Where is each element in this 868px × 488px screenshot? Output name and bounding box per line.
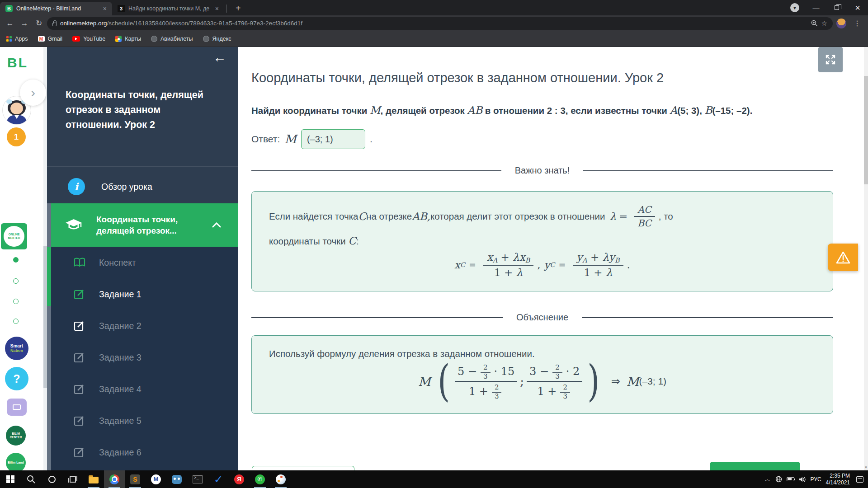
zoom-icon[interactable] bbox=[811, 20, 818, 27]
page-scrollbar-thumb[interactable] bbox=[864, 76, 868, 184]
taskbar-search[interactable] bbox=[21, 470, 42, 488]
progress-dot[interactable] bbox=[13, 319, 19, 324]
bilimland-logo[interactable]: BL bbox=[7, 55, 28, 70]
fullscreen-button[interactable] bbox=[818, 47, 843, 72]
bilim-land-logo[interactable]: Bilim Land bbox=[6, 453, 26, 473]
progress-dot[interactable] bbox=[13, 278, 19, 284]
restore-button[interactable] bbox=[826, 0, 847, 15]
terminal-button[interactable]: >_ bbox=[187, 470, 208, 488]
sublime-icon: S bbox=[130, 474, 140, 484]
tab-zadanie[interactable]: 3 Найди координаты точки М, де × bbox=[112, 2, 224, 15]
sidebar-item-overview[interactable]: i Обзор урока bbox=[47, 170, 238, 203]
sidebar-item-zadanie-4[interactable]: Задание 4 bbox=[51, 373, 238, 405]
warning-button[interactable] bbox=[828, 244, 858, 271]
yandex-button[interactable]: Я bbox=[229, 470, 250, 488]
browser-menu-icon[interactable]: ⋮ bbox=[850, 19, 864, 28]
bilim-center-logo[interactable]: BILIM CENTER bbox=[6, 426, 26, 446]
question-part: , делящей отрезок bbox=[381, 105, 467, 116]
tab2-close-icon[interactable]: × bbox=[214, 5, 220, 12]
sidebar-item-zadanie-6[interactable]: Задание 6 bbox=[51, 436, 238, 468]
battery-icon[interactable] bbox=[787, 477, 794, 481]
result-coords: (–3; 1) bbox=[639, 376, 666, 387]
bookmark-label: Apps bbox=[15, 36, 28, 42]
pencil-square-icon bbox=[74, 352, 85, 363]
answer-row: Ответ: M (–3; 1) . bbox=[251, 129, 868, 149]
apps-grid-icon bbox=[6, 36, 12, 42]
check-icon: ✓ bbox=[214, 473, 223, 486]
rail-expand-chevron-icon[interactable]: › bbox=[20, 80, 46, 106]
divider-line bbox=[582, 317, 833, 318]
volume-icon[interactable] bbox=[799, 476, 806, 483]
tray-chevron-icon[interactable]: ︿ bbox=[765, 475, 771, 483]
sidebar-item-zadanie-3[interactable]: Задание 3 bbox=[51, 342, 238, 373]
bookmark-apps[interactable]: Apps bbox=[6, 36, 28, 42]
forward-icon[interactable]: → bbox=[18, 17, 31, 30]
minimize-button[interactable]: — bbox=[806, 0, 826, 15]
task-view-button[interactable] bbox=[62, 470, 83, 488]
back-icon[interactable]: ← bbox=[4, 17, 16, 30]
chrome-button[interactable] bbox=[104, 470, 125, 488]
math-var-m: M bbox=[627, 375, 639, 389]
search-icon bbox=[27, 475, 36, 484]
url-text[interactable]: onlinemektep.org/schedule/1618358400/les… bbox=[60, 20, 807, 27]
url-bar[interactable]: onlinemektep.org/schedule/1618358400/les… bbox=[47, 17, 833, 30]
bookmark-yandex[interactable]: Яндекс bbox=[203, 36, 231, 42]
help-button[interactable]: ? bbox=[5, 367, 28, 390]
math-var-m: M bbox=[284, 132, 297, 146]
cards-app-icon[interactable] bbox=[7, 399, 27, 416]
bookmark-maps[interactable]: Карты bbox=[115, 36, 141, 42]
smart-nation-logo[interactable]: SmartNation bbox=[5, 337, 28, 360]
overview-label: Обзор урока bbox=[101, 182, 152, 192]
point-a-coords: (5; 3), bbox=[677, 105, 702, 116]
new-tab-button[interactable]: + bbox=[232, 3, 245, 14]
youtube-icon bbox=[72, 36, 80, 42]
start-button[interactable] bbox=[0, 470, 21, 488]
file-explorer-button[interactable] bbox=[83, 470, 104, 488]
action-center-icon[interactable] bbox=[856, 476, 863, 483]
comma: , bbox=[537, 259, 540, 271]
window-controls: ▼ — × bbox=[790, 0, 868, 15]
sidebar-item-zadanie-2[interactable]: Задание 2 bbox=[51, 310, 238, 342]
cortana-button[interactable] bbox=[42, 470, 62, 488]
sidebar-item-zadanie-5[interactable]: Задание 5 bbox=[51, 405, 238, 436]
bookmark-youtube[interactable]: YouTube bbox=[72, 36, 105, 42]
notification-badge[interactable]: 1 bbox=[7, 127, 26, 146]
yandex-icon: Я bbox=[234, 474, 244, 484]
close-button[interactable]: × bbox=[847, 0, 868, 15]
fraction-numerator: xA + λxB bbox=[483, 251, 533, 266]
bookmark-star-icon[interactable]: ☆ bbox=[821, 19, 827, 28]
tab-onlinemektep[interactable]: B OnlineMektep - BilimLand × bbox=[0, 2, 112, 15]
language-indicator[interactable]: РУС bbox=[811, 476, 821, 483]
reload-icon[interactable]: ↻ bbox=[33, 17, 45, 30]
taskbar-clock[interactable]: 2:35 PM 4/14/2021 bbox=[826, 473, 850, 486]
sidebar-item-zadanie-1[interactable]: Задание 1 bbox=[51, 278, 238, 310]
rail-scrollbar-thumb[interactable] bbox=[43, 246, 47, 388]
sublime-button[interactable]: S bbox=[125, 470, 146, 488]
sidebar-section-header[interactable]: Координаты точки, делящей отрезок... bbox=[51, 203, 238, 247]
rail-scrollbar[interactable] bbox=[43, 47, 47, 470]
sidebar-item-konspekt[interactable]: Конспект bbox=[51, 247, 238, 278]
mail-app-button[interactable]: M bbox=[146, 470, 166, 488]
godot-button[interactable] bbox=[166, 470, 187, 488]
page-scrollbar[interactable]: ▼ bbox=[864, 47, 868, 470]
browser-avatar[interactable] bbox=[836, 19, 846, 28]
todo-button[interactable]: ✓ bbox=[208, 470, 229, 488]
whatsapp-button[interactable]: ✆ bbox=[250, 470, 270, 488]
online-mektep-logo[interactable]: ONLINE МЕКТЕП bbox=[1, 223, 27, 249]
sidebar-item-label: Задание 4 bbox=[99, 384, 142, 394]
scroll-down-arrow[interactable]: ▼ bbox=[864, 465, 868, 469]
submit-button-partial[interactable] bbox=[710, 462, 800, 470]
bookmark-avia[interactable]: Авиабилеты bbox=[151, 36, 193, 42]
network-globe-icon[interactable] bbox=[775, 476, 782, 483]
sidebar-scrollbar[interactable] bbox=[47, 203, 51, 470]
paint-button[interactable] bbox=[270, 470, 291, 488]
math-var-ab: AB bbox=[467, 104, 483, 116]
browser-profile-chevron-icon[interactable]: ▼ bbox=[790, 3, 799, 12]
tab1-close-icon[interactable]: × bbox=[102, 5, 108, 12]
progress-dot-active[interactable] bbox=[13, 257, 19, 263]
progress-dot[interactable] bbox=[13, 299, 19, 304]
clock-time: 2:35 PM bbox=[826, 473, 850, 479]
bookmark-gmail[interactable]: M Gmail bbox=[38, 36, 63, 42]
back-arrow-icon[interactable]: ← bbox=[213, 50, 226, 65]
answer-input[interactable]: (–3; 1) bbox=[301, 129, 365, 149]
